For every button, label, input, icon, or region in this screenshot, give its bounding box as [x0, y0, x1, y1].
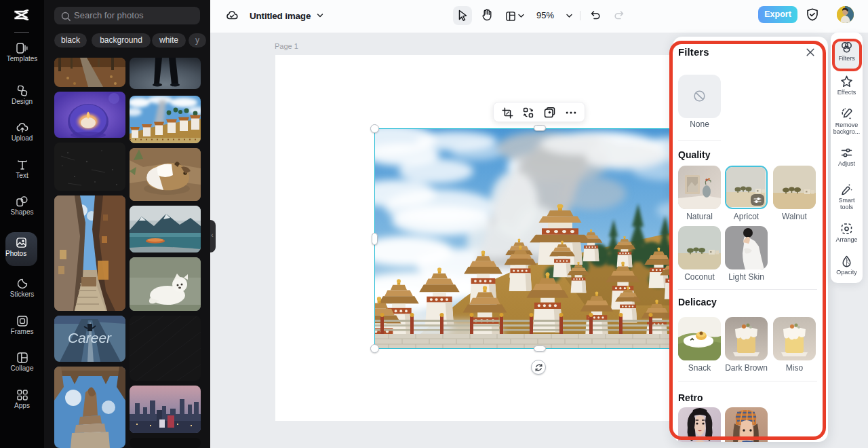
svg-text:Career: Career	[68, 330, 112, 346]
